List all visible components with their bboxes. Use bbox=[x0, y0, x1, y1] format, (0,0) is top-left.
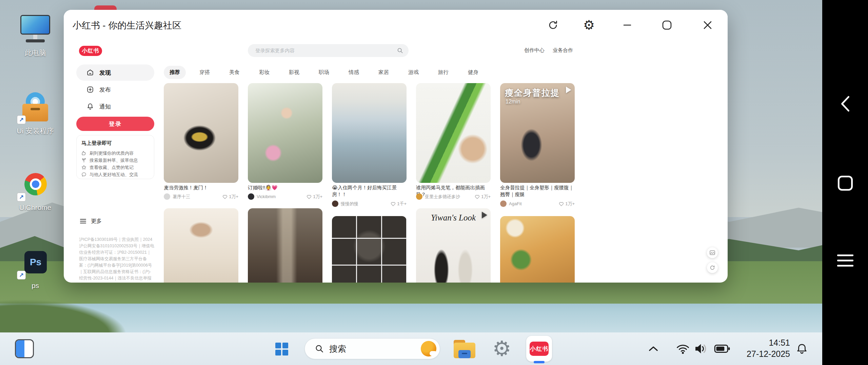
feed-card-image[interactable] bbox=[248, 208, 322, 283]
desktop-icon-uichrome[interactable]: ↗ UiChrome bbox=[8, 170, 62, 212]
feed-tab[interactable]: 职场 bbox=[313, 66, 335, 79]
feed-tab[interactable]: 健身 bbox=[462, 66, 484, 79]
taskbar-search[interactable]: 搜索 bbox=[304, 338, 440, 359]
feed-card-image[interactable] bbox=[332, 83, 407, 183]
desktop-icon-ui-installer[interactable]: ↗ Ui 安装程序 bbox=[8, 92, 62, 136]
like-count[interactable]: 1万+ bbox=[559, 201, 575, 207]
card-title[interactable]: 😭入住两个月！好后悔买江景房！！ bbox=[332, 184, 407, 198]
window-titlebar[interactable]: 小红书 - 你的生活兴趣社区 ⚙ bbox=[64, 10, 728, 40]
card-author[interactable]: AgaFit bbox=[509, 201, 559, 206]
feed-card-image[interactable] bbox=[332, 216, 407, 283]
tablet-mode-button[interactable] bbox=[15, 339, 34, 358]
feed-card-image[interactable] bbox=[164, 208, 238, 283]
feed-tab[interactable]: 情感 bbox=[343, 66, 365, 79]
feed-tab[interactable]: 美食 bbox=[223, 66, 245, 79]
android-nav-bar bbox=[822, 0, 868, 365]
battery-status[interactable] bbox=[714, 332, 730, 365]
card-meta: 亚里士多德还多沙 1万+ bbox=[416, 193, 491, 200]
bing-weather-icon[interactable] bbox=[421, 341, 436, 357]
avatar[interactable] bbox=[416, 193, 422, 200]
xiaohongshu-taskbar-button[interactable]: 小红书 bbox=[526, 336, 552, 362]
feed-card-image[interactable]: Yiwan's Look bbox=[416, 208, 491, 283]
tray-expand-button[interactable] bbox=[648, 332, 658, 365]
volume-status[interactable] bbox=[694, 332, 708, 365]
home-square-icon[interactable] bbox=[837, 175, 853, 191]
link-creator-center[interactable]: 创作中心 bbox=[524, 47, 545, 54]
start-button[interactable] bbox=[275, 343, 288, 356]
avatar[interactable] bbox=[332, 200, 338, 207]
chevron-up-icon bbox=[648, 346, 658, 352]
clock-time: 14:51 bbox=[729, 337, 790, 348]
feed-tab[interactable]: 穿搭 bbox=[194, 66, 216, 79]
search-icon bbox=[315, 344, 324, 353]
star-icon bbox=[81, 165, 86, 170]
desktop-icon-label: UiChrome bbox=[19, 204, 52, 212]
maximize-button[interactable] bbox=[655, 10, 679, 40]
like-count[interactable]: 1万+ bbox=[222, 194, 238, 200]
login-promo-panel: 马上登录即可 刷到更懂你的优质内容 搜索最新种草、拔草信息 查看收藏、点赞的笔记… bbox=[76, 135, 154, 179]
feed-card-image[interactable]: 瘦全身普拉提 12min bbox=[500, 83, 575, 183]
refresh-feed-button[interactable] bbox=[707, 262, 718, 273]
hamburger-icon bbox=[80, 219, 86, 224]
card-author[interactable]: 亚里士多德还多沙 bbox=[425, 194, 475, 200]
file-explorer-button[interactable] bbox=[454, 340, 475, 358]
login-button[interactable]: 登录 bbox=[76, 117, 154, 131]
notification-center-button[interactable] bbox=[795, 343, 808, 356]
refresh-button[interactable] bbox=[541, 10, 565, 40]
like-count[interactable]: 1万+ bbox=[307, 194, 322, 200]
promo-line: 刷到更懂你的优质内容 bbox=[81, 150, 149, 157]
wifi-status[interactable] bbox=[676, 332, 690, 365]
taskbar-clock[interactable]: 14:51 27-12-2025 bbox=[729, 337, 790, 360]
windows-logo-icon bbox=[275, 343, 281, 348]
heart-icon bbox=[475, 194, 480, 199]
feed-tab[interactable]: 推荐 bbox=[164, 66, 186, 79]
sidebar-more[interactable]: 更多 bbox=[80, 216, 148, 226]
card-title[interactable]: 麦当劳激推！麦门！ bbox=[164, 184, 238, 191]
feed-card-image[interactable] bbox=[500, 216, 575, 283]
card-author[interactable]: Vickibmm bbox=[257, 194, 307, 199]
back-icon[interactable] bbox=[840, 96, 851, 112]
installer-icon: ↗ bbox=[18, 92, 52, 123]
feed-tab[interactable]: 影视 bbox=[283, 66, 305, 79]
menu-icon[interactable] bbox=[837, 254, 853, 267]
desktop-icon-ps[interactable]: Ps ↗ ps bbox=[8, 248, 62, 290]
settings-app-button[interactable]: ⚙ bbox=[490, 337, 513, 360]
feed-card-image[interactable] bbox=[416, 83, 491, 183]
card-author[interactable]: 薯序十三 bbox=[173, 194, 222, 200]
link-business[interactable]: 业务合作 bbox=[553, 47, 573, 54]
minimize-button[interactable] bbox=[615, 10, 639, 40]
chrome-icon: ↗ bbox=[18, 170, 52, 201]
card-meta: 慢慢的慢 1千+ bbox=[332, 200, 407, 207]
sidebar-item-notifications[interactable]: 通知 bbox=[76, 98, 154, 115]
feed-tab[interactable]: 旅行 bbox=[432, 66, 454, 79]
image-mode-button[interactable] bbox=[707, 247, 718, 258]
play-icon bbox=[566, 87, 571, 93]
search-bar[interactable] bbox=[248, 44, 409, 57]
settings-button[interactable]: ⚙ bbox=[577, 10, 601, 40]
sidebar-item-publish[interactable]: 发布 bbox=[76, 81, 154, 98]
folder-slot bbox=[462, 353, 467, 354]
feed-tab[interactable]: 游戏 bbox=[402, 66, 425, 79]
desktop-icon-this-pc[interactable]: 此电脑 bbox=[8, 14, 62, 58]
like-count[interactable]: 1千+ bbox=[391, 201, 407, 207]
like-count[interactable]: 1万+ bbox=[475, 194, 491, 200]
sidebar-item-label: 发现 bbox=[99, 69, 111, 77]
avatar[interactable] bbox=[500, 200, 507, 207]
close-button[interactable] bbox=[696, 10, 719, 40]
avatar[interactable] bbox=[248, 193, 254, 200]
card-title[interactable]: 全身普拉提｜全身塑形｜瘦腰腹｜翘臀｜瘦腿 bbox=[500, 184, 575, 198]
bell-icon bbox=[795, 343, 808, 356]
sidebar-item-discover[interactable]: 发现 bbox=[76, 64, 154, 81]
card-author[interactable]: 慢慢的慢 bbox=[341, 201, 391, 207]
search-icon[interactable] bbox=[397, 47, 403, 54]
plus-square-icon bbox=[86, 86, 94, 93]
search-input[interactable] bbox=[248, 48, 397, 53]
feed-tab[interactable]: 家居 bbox=[373, 66, 395, 79]
card-title[interactable]: 订婚啦!!👰💗 bbox=[248, 184, 322, 191]
feed-card-image[interactable] bbox=[248, 83, 322, 183]
avatar[interactable] bbox=[164, 193, 170, 200]
taskbar-search-label: 搜索 bbox=[329, 343, 421, 354]
xiaohongshu-logo[interactable]: 小红书 bbox=[79, 46, 102, 56]
feed-card-image[interactable] bbox=[164, 83, 238, 183]
feed-tab[interactable]: 彩妆 bbox=[253, 66, 275, 79]
